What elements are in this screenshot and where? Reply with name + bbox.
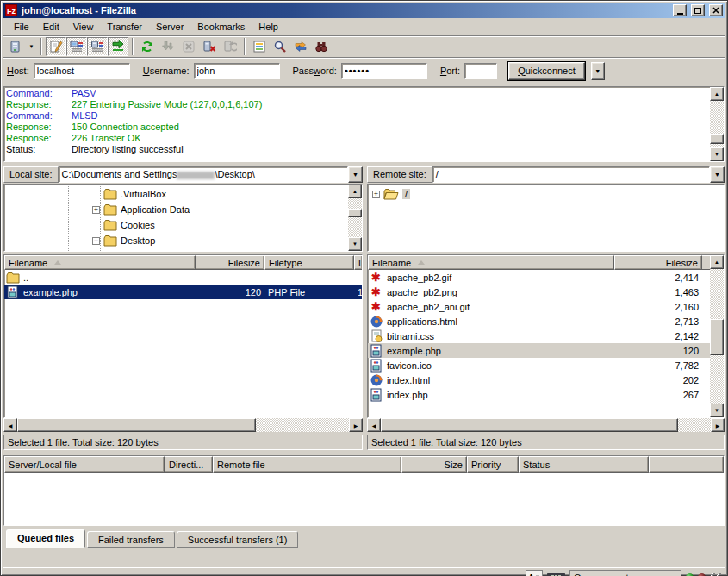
local-tree-scrollbar[interactable]: ▲ ▼	[348, 185, 362, 251]
site-manager-dropdown-button[interactable]: ▼	[26, 37, 37, 56]
host-input[interactable]	[34, 63, 130, 79]
maximize-button[interactable]	[691, 4, 705, 16]
queue-body[interactable]	[4, 473, 724, 525]
folder-icon	[5, 272, 20, 284]
column-header-priority[interactable]: Priority	[467, 456, 519, 473]
port-input[interactable]	[464, 63, 497, 79]
remote-list-hscrollbar[interactable]: ◀ ▶	[367, 418, 725, 432]
local-file-row-example-php[interactable]: example.php 120 PHP File 1	[4, 285, 362, 299]
remote-file-row[interactable]: ✱ apache_pb2_ani.gif 2,160	[368, 299, 710, 314]
local-site-combo[interactable]: C:\Documents and Settings\Desktop\ ▼	[59, 166, 363, 183]
scroll-right-button[interactable]: ▶	[711, 418, 725, 432]
scroll-up-button[interactable]: ▲	[710, 255, 724, 269]
scroll-up-button[interactable]: ▲	[348, 185, 362, 198]
process-queue-button[interactable]	[158, 37, 178, 56]
menu-transfer[interactable]: Transfer	[100, 20, 149, 34]
column-header-server-local-file[interactable]: Server/Local file	[4, 456, 165, 473]
apache-file-icon: ✱	[369, 286, 383, 297]
scroll-right-button[interactable]: ▶	[349, 418, 363, 432]
remote-file-row[interactable]: ✱ apache_pb2.gif 2,414	[368, 270, 710, 285]
scrollbar-track[interactable]	[710, 101, 724, 147]
local-list-hscrollbar[interactable]: ◀ ▶	[3, 418, 363, 432]
tab-failed-transfers[interactable]: Failed transfers	[87, 531, 175, 548]
resize-grip[interactable]	[710, 573, 723, 576]
quickconnect-dropdown-button[interactable]: ▼	[591, 62, 605, 80]
remote-file-row[interactable]: index.php 267	[368, 387, 710, 402]
message-log-scrollbar[interactable]: ▲ ▼	[710, 87, 724, 161]
menu-bookmarks[interactable]: Bookmarks	[190, 20, 252, 34]
local-file-row-parent[interactable]: ..	[4, 270, 362, 285]
find-files-button[interactable]	[311, 37, 332, 56]
toggle-transfer-queue-button[interactable]	[108, 37, 128, 56]
menu-file[interactable]: File	[7, 20, 36, 34]
column-header-remote-file[interactable]: Remote file	[213, 456, 401, 473]
minimize-button[interactable]	[673, 4, 687, 16]
column-header-filename[interactable]: Filename	[4, 255, 196, 270]
scroll-left-button[interactable]: ◀	[3, 418, 17, 432]
scrollbar-thumb[interactable]	[348, 209, 362, 217]
remote-file-row[interactable]: ✱ apache_pb2.png 1,463	[368, 285, 710, 299]
column-header-filename[interactable]: Filename	[368, 255, 614, 270]
username-input[interactable]	[194, 63, 280, 79]
tree-item-desktop[interactable]: − Desktop	[4, 233, 348, 248]
tab-successful-transfers[interactable]: Successful transfers (1)	[177, 531, 299, 548]
scrollbar-thumb[interactable]	[381, 418, 678, 432]
column-header-filetype[interactable]: Filetype	[264, 255, 354, 270]
column-header-lastmodified[interactable]: L	[354, 255, 362, 270]
scrollbar-track[interactable]	[17, 418, 349, 432]
collapse-icon[interactable]: −	[92, 237, 100, 245]
scroll-down-button[interactable]: ▼	[710, 147, 724, 161]
menu-edit[interactable]: Edit	[36, 20, 66, 34]
expand-icon[interactable]: +	[92, 206, 100, 214]
toggle-local-tree-button[interactable]	[66, 37, 87, 56]
directory-filters-button[interactable]	[249, 37, 270, 56]
site-manager-button[interactable]	[5, 37, 26, 56]
local-site-path[interactable]: C:\Documents and Settings\Desktop\	[59, 166, 348, 183]
scrollbar-thumb[interactable]	[17, 418, 256, 432]
scroll-left-button[interactable]: ◀	[367, 418, 381, 432]
remote-site-dropdown-button[interactable]: ▼	[710, 166, 725, 183]
remote-file-row[interactable]: index.html 202	[368, 373, 710, 387]
menu-server[interactable]: Server	[149, 20, 190, 34]
scrollbar-track[interactable]	[381, 418, 711, 432]
scroll-down-button[interactable]: ▼	[348, 237, 362, 251]
local-site-dropdown-button[interactable]: ▼	[348, 166, 363, 183]
column-header-filesize[interactable]: Filesize	[196, 255, 264, 270]
scroll-down-button[interactable]: ▼	[710, 404, 724, 417]
quickconnect-button[interactable]: Quickconnect	[508, 62, 585, 80]
tree-item-application-data[interactable]: + Application Data	[4, 202, 348, 217]
tree-item-virtualbox[interactable]: .VirtualBox	[4, 186, 348, 202]
synchronized-browsing-button[interactable]	[290, 37, 311, 56]
toggle-message-log-button[interactable]	[46, 37, 66, 56]
scroll-up-button[interactable]: ▲	[710, 87, 724, 101]
menu-help[interactable]: Help	[252, 20, 285, 34]
scrollbar-thumb[interactable]	[710, 134, 724, 144]
toggle-remote-tree-button[interactable]	[87, 37, 108, 56]
reconnect-button[interactable]	[220, 37, 240, 56]
cancel-operation-button[interactable]	[178, 37, 199, 56]
menu-view[interactable]: View	[66, 20, 101, 34]
tree-item-root[interactable]: + /	[368, 186, 724, 202]
directory-comparison-button[interactable]	[270, 37, 290, 56]
close-button[interactable]	[709, 4, 723, 16]
refresh-button[interactable]	[137, 37, 158, 56]
expand-icon[interactable]: +	[372, 191, 380, 198]
remote-site-path[interactable]: /	[432, 166, 710, 183]
column-header-filesize[interactable]: Filesize	[614, 255, 702, 270]
column-header-size[interactable]: Size	[401, 456, 467, 473]
column-header-status[interactable]: Status	[519, 456, 649, 473]
remote-file-row-selected[interactable]: example.php 120	[368, 343, 710, 358]
remote-file-row[interactable]: applications.html 2,713	[368, 314, 710, 329]
remote-site-combo[interactable]: / ▼	[432, 166, 725, 183]
column-header-direction[interactable]: Directi...	[165, 456, 213, 473]
tab-queued-files[interactable]: Queued files	[6, 529, 85, 548]
scrollbar-track[interactable]	[348, 198, 362, 237]
remote-file-row[interactable]: bitnami.css 2,142	[368, 329, 710, 343]
disconnect-button[interactable]	[199, 37, 220, 56]
scrollbar-thumb[interactable]	[710, 319, 724, 355]
password-input[interactable]	[341, 63, 427, 79]
remote-list-scrollbar[interactable]: ▲ ▼	[710, 255, 724, 417]
scrollbar-track[interactable]	[710, 269, 724, 404]
tree-item-cookies[interactable]: Cookies	[4, 217, 348, 233]
remote-file-row[interactable]: favicon.ico 7,782	[368, 358, 710, 373]
